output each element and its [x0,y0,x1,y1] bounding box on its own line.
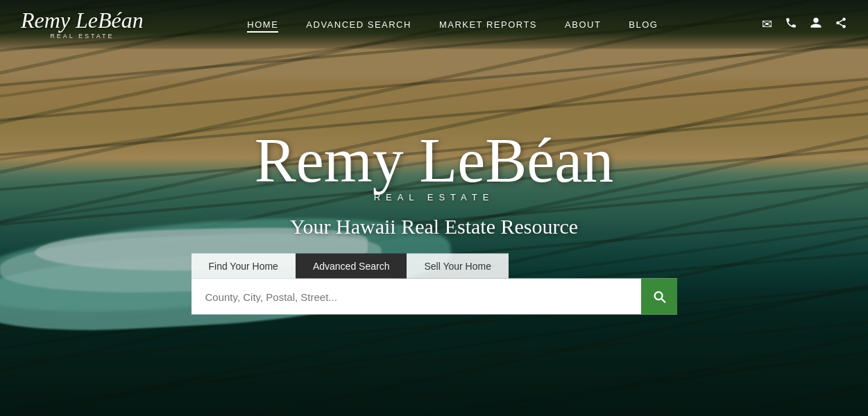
search-bar [192,279,677,315]
nav-item-home[interactable]: HOME [247,18,278,31]
nav-item-about[interactable]: ABOUT [565,18,601,31]
email-icon: ✉ [762,17,772,32]
svg-line-3 [839,24,842,26]
search-button[interactable] [641,279,677,315]
nav-link-advanced-search[interactable]: ADVANCED SEARCH [306,19,411,30]
logo-subtitle: Real Estate [50,33,114,40]
hero-tagline: Your Hawaii Real Estate Resource [192,215,677,239]
phone-svg [785,17,797,29]
navbar: Remy LeBéan Real Estate HOME ADVANCED SE… [0,0,868,49]
nav-links: HOME ADVANCED SEARCH MARKET REPORTS ABOU… [247,18,658,31]
svg-point-1 [836,21,840,24]
nav-link-market-reports[interactable]: MARKET REPORTS [439,19,537,30]
phone-icon [785,17,797,33]
logo-script: Remy LeBéan [21,9,144,31]
search-section: Find Your Home Advanced Search Sell Your… [192,254,677,315]
nav-link-about[interactable]: ABOUT [565,19,601,30]
email-icon-button[interactable]: ✉ [762,17,772,32]
tab-advanced-search[interactable]: Advanced Search [296,254,407,279]
share-icon-button[interactable] [835,17,847,33]
nav-item-market-reports[interactable]: MARKET REPORTS [439,18,537,31]
share-svg [835,17,847,29]
search-icon [652,289,667,304]
logo: Remy LeBéan Real Estate [21,9,144,40]
user-icon-button[interactable] [810,17,822,33]
phone-icon-button[interactable] [785,17,797,33]
share-icon [835,17,847,33]
user-svg [810,17,822,29]
hero-section: Remy LeBéan Real Estate HOME ADVANCED SE… [0,0,868,416]
tab-find-home[interactable]: Find Your Home [192,254,296,279]
svg-point-2 [842,25,846,28]
brand-script: Remy LeBéan [192,130,677,192]
nav-link-blog[interactable]: BLOG [629,19,658,30]
search-tabs: Find Your Home Advanced Search Sell Your… [192,254,677,279]
nav-item-blog[interactable]: BLOG [629,18,658,31]
nav-icons: ✉ [762,17,847,33]
nav-item-advanced-search[interactable]: ADVANCED SEARCH [306,18,411,31]
hero-content: Remy LeBéan Real Estate Your Hawaii Real… [192,130,677,315]
search-input[interactable] [192,279,641,315]
nav-link-home[interactable]: HOME [247,19,278,33]
user-icon [810,17,822,33]
svg-point-0 [842,17,846,21]
tab-sell-home[interactable]: Sell Your Home [407,254,509,279]
svg-line-4 [839,19,842,21]
